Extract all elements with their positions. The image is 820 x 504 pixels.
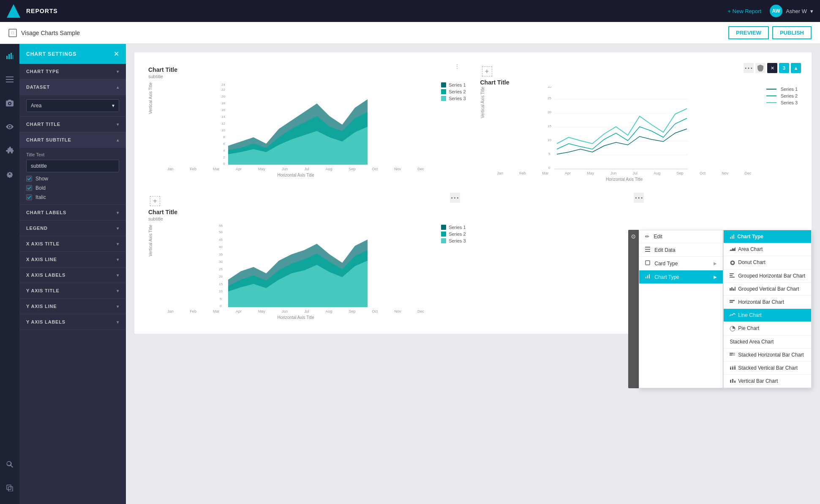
subtitle-input[interactable]: [26, 160, 119, 172]
chart2-number-button[interactable]: 3: [779, 63, 789, 73]
puzzle-icon[interactable]: [2, 143, 17, 158]
svg-text:55: 55: [219, 225, 223, 228]
chart2-close-button[interactable]: ✕: [767, 63, 777, 73]
section-dataset[interactable]: DATASET ▴: [19, 79, 126, 95]
chart1-svg: 0 2 4 6 8 10 12 14 16 18 20: [155, 82, 437, 167]
main-layout: CHART SETTINGS ✕ CHART TYPE ▾ DATASET ▴ …: [0, 44, 820, 504]
svg-rect-72: [733, 289, 734, 291]
chart2-legend-line-2: [766, 95, 776, 96]
chart2-legend-label-2: Series 2: [781, 93, 798, 98]
section-chart-type[interactable]: CHART TYPE ▾: [19, 64, 126, 79]
svg-text:15: 15: [219, 282, 223, 286]
chart1-x-axis-label: Horizontal Axis Title: [155, 173, 437, 177]
copy-icon[interactable]: [2, 480, 17, 496]
svg-text:18: 18: [221, 101, 225, 105]
chart3-dots-area: • • •: [450, 193, 460, 203]
section-legend[interactable]: LEGEND ▾: [19, 221, 126, 236]
chart3-dots-button[interactable]: • • •: [450, 193, 460, 203]
chart2-plus-button[interactable]: +: [482, 66, 492, 76]
chevron-up-icon: ▴: [117, 85, 119, 90]
bold-checkbox[interactable]: [26, 185, 32, 191]
svg-rect-68: [730, 275, 733, 276]
section-y-axis-title[interactable]: Y AXIS TITLE ▾: [19, 283, 126, 299]
svg-rect-78: [733, 353, 735, 354]
show-checkbox[interactable]: [26, 176, 32, 182]
context-edit-item[interactable]: ✏ Edit: [639, 230, 723, 243]
chart1-y-axis-label: Vertical Axis Title: [148, 82, 153, 114]
svg-text:10: 10: [548, 138, 551, 142]
section-x-axis-labels[interactable]: X AXIS LABELS ▾: [19, 267, 126, 283]
chart3-legend-item-1: Series 1: [441, 225, 466, 230]
gear-icon[interactable]: ⚙: [631, 233, 636, 240]
submenu-vertical-bar[interactable]: Vertical Bar Chart: [724, 375, 811, 388]
close-panel-button[interactable]: ✕: [114, 50, 119, 58]
context-edit-data-item[interactable]: Edit Data: [639, 243, 723, 257]
eye-icon[interactable]: [2, 119, 17, 134]
section-chart-subtitle[interactable]: CHART SUBTITLE ▴: [19, 132, 126, 148]
chart2-title: Chart Title: [480, 79, 798, 86]
svg-text:10: 10: [219, 289, 223, 293]
panel-title: CHART SETTINGS: [26, 51, 76, 57]
section-y-axis-labels-label: Y AXIS LABELS: [26, 319, 65, 324]
svg-rect-79: [730, 354, 732, 356]
svg-text:20: 20: [219, 275, 223, 278]
chevron-icon: ▾: [117, 122, 119, 127]
chevron-down-icon: ▾: [810, 8, 813, 14]
section-x-axis-line[interactable]: X AXIS LINE ▾: [19, 252, 126, 267]
legend-swatch-3: [441, 96, 446, 101]
section-x-axis-title[interactable]: X AXIS TITLE ▾: [19, 236, 126, 252]
chart2-shield-button[interactable]: [755, 63, 766, 73]
svg-rect-3: [13, 55, 13, 59]
user-area[interactable]: AW Asher W ▾: [770, 5, 813, 17]
legend-swatch-1: [441, 82, 446, 87]
settings-icon[interactable]: [2, 166, 17, 182]
section-dataset-label: DATASET: [26, 84, 50, 90]
nav-actions: + New Report AW Asher W ▾: [727, 5, 813, 17]
submenu-grouped-horizontal-bar[interactable]: Grouped Horizontal Bar Chart: [724, 270, 811, 283]
context-chart-type-item[interactable]: Chart Type ▶: [639, 270, 723, 284]
submenu-line-chart[interactable]: Line Chart: [724, 309, 811, 322]
chart2-expand-button[interactable]: ▲: [791, 63, 801, 73]
submenu-donut-chart[interactable]: Donut Chart: [724, 256, 811, 270]
context-card-type-item[interactable]: Card Type ▶: [639, 257, 723, 270]
bold-label: Bold: [35, 185, 46, 191]
section-y-axis-line[interactable]: Y AXIS LINE ▾: [19, 299, 126, 314]
preview-button[interactable]: PREVIEW: [728, 26, 769, 39]
camera-icon[interactable]: [2, 95, 17, 111]
chart3-plus-button[interactable]: +: [150, 196, 160, 206]
new-report-button[interactable]: + New Report: [727, 8, 761, 14]
section-chart-title[interactable]: CHART TITLE ▾: [19, 117, 126, 132]
dataset-select[interactable]: Area ▾: [26, 99, 119, 112]
svg-rect-74: [730, 300, 735, 301]
publish-button[interactable]: PUBLISH: [772, 26, 812, 39]
submenu-area-chart[interactable]: Area Chart: [724, 243, 811, 256]
subtitle-subsection: Title Text Show Bold Italic: [19, 148, 126, 205]
svg-text:0: 0: [220, 304, 222, 308]
chart3-legend-label-2: Series 2: [449, 232, 466, 237]
svg-text:5: 5: [220, 297, 222, 301]
submenu-stacked-vertical-bar[interactable]: Stacked Vertical Bar Chart: [724, 362, 811, 375]
chart-type-submenu: Chart Type Area Chart Donut Chart Groupe…: [723, 230, 812, 388]
section-chart-type-label: CHART TYPE: [26, 69, 59, 74]
layers-icon[interactable]: [2, 72, 17, 87]
submenu-stacked-area[interactable]: Stacked Area Chart: [724, 335, 811, 349]
italic-checkbox[interactable]: [26, 194, 32, 200]
chart2-dots-button[interactable]: • • •: [744, 63, 754, 73]
chart1-svg-container: 0 2 4 6 8 10 12 14 16 18 20: [155, 82, 437, 177]
submenu-stacked-horizontal-bar[interactable]: Stacked Horizontal Bar Chart: [724, 349, 811, 362]
section-y-axis-title-label: Y AXIS TITLE: [26, 288, 60, 293]
svg-marker-65: [730, 247, 736, 251]
chart1-drag-handle[interactable]: ⋮: [454, 63, 460, 70]
chart4-dots-button[interactable]: • • •: [634, 193, 644, 203]
chevron-icon: ▾: [117, 69, 119, 74]
submenu-pie-chart[interactable]: Pie Chart: [724, 322, 811, 335]
bar-chart-icon[interactable]: [2, 48, 17, 63]
section-chart-labels[interactable]: CHART LABELS ▾: [19, 205, 126, 221]
search-icon[interactable]: [2, 457, 17, 472]
submenu-horizontal-bar[interactable]: Horizontal Bar Chart: [724, 296, 811, 309]
chart3-y-axis-label: Vertical Axis Title: [148, 225, 153, 256]
chart2-legend-item-3: Series 3: [766, 100, 798, 105]
section-y-axis-labels[interactable]: Y AXIS LABELS ▾: [19, 314, 126, 330]
submenu-grouped-vertical-bar[interactable]: Grouped Vertical Bar Chart: [724, 283, 811, 296]
svg-text:50: 50: [219, 230, 223, 234]
